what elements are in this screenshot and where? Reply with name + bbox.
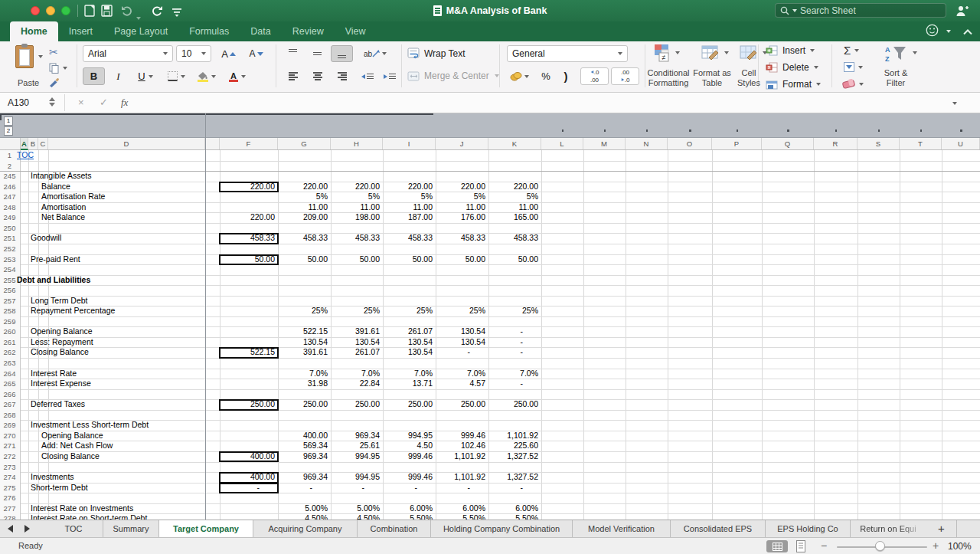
row-label[interactable]: Intangible Assets — [31, 171, 91, 182]
undo-button[interactable] — [121, 5, 134, 19]
cell-value[interactable]: 25% — [278, 306, 328, 316]
next-sheet-button[interactable] — [24, 525, 30, 533]
cell-value[interactable]: - — [383, 483, 417, 493]
cell-value[interactable]: 50.00 — [278, 254, 328, 265]
cell-value[interactable]: 994.95 — [331, 451, 380, 462]
cell-value[interactable]: 50.00 — [436, 254, 485, 265]
select-all-corner[interactable] — [0, 138, 21, 149]
cell-value[interactable]: 130.54 — [436, 337, 485, 348]
cell-value[interactable]: - — [488, 347, 523, 358]
row-label[interactable]: Closing Balance — [31, 347, 89, 358]
align-middle-button[interactable] — [306, 45, 328, 62]
cell-value[interactable]: - — [220, 483, 260, 493]
comma-format-button[interactable]: ) — [557, 67, 574, 85]
sort-filter-caret[interactable] — [913, 51, 917, 54]
feedback-smiley-button[interactable] — [926, 24, 939, 40]
row-label[interactable]: Opening Balance — [31, 326, 93, 337]
cell-value[interactable]: 1,101.92 — [436, 472, 485, 483]
cell-value[interactable]: 31.98 — [278, 379, 328, 389]
row-label[interactable]: Balance — [41, 182, 70, 192]
cell-value[interactable]: 1,101.92 — [488, 431, 538, 441]
cell-value[interactable]: 250.00 — [436, 399, 485, 410]
cell-value[interactable]: 400.00 — [220, 451, 275, 462]
copy-button[interactable] — [49, 63, 60, 76]
row-label[interactable]: Interest Rate on Investments — [31, 503, 133, 514]
add-sheet-button[interactable]: + — [926, 520, 957, 537]
cell-value[interactable]: 6.00% — [383, 503, 433, 514]
col-header-D[interactable]: D — [48, 138, 205, 149]
toolbar-more-button[interactable] — [172, 6, 182, 20]
align-center-button[interactable] — [306, 67, 328, 85]
row-label[interactable]: TOC — [17, 150, 34, 161]
zoom-traffic-light[interactable] — [61, 6, 70, 15]
cell-value[interactable]: 1,101.92 — [436, 451, 485, 462]
cell-value[interactable]: 6.00% — [436, 503, 485, 514]
cell-value[interactable]: 250.00 — [278, 399, 328, 410]
sheet-tab-model-verification[interactable]: Model Verification — [573, 520, 671, 537]
cell-value[interactable]: 391.61 — [278, 347, 328, 358]
cell-value[interactable]: 4.50% — [278, 513, 328, 520]
cell-value[interactable]: - — [278, 483, 312, 493]
cell-value[interactable]: 250.00 — [383, 399, 433, 410]
cell-value[interactable]: 220.00 — [220, 212, 275, 223]
align-top-button[interactable] — [282, 45, 304, 62]
ribbon-tab-home[interactable]: Home — [10, 21, 58, 41]
cell-value[interactable]: 969.34 — [278, 451, 328, 462]
cell-value[interactable]: 50.00 — [331, 254, 380, 265]
cell-value[interactable]: 522.15 — [220, 347, 275, 358]
cell-value[interactable]: 5.00% — [331, 503, 380, 514]
sheet-tab-holding-company-combination[interactable]: Holding Company Combination — [431, 520, 573, 537]
cell-value[interactable]: 11.00 — [278, 202, 328, 213]
close-traffic-light[interactable] — [31, 6, 40, 15]
col-header-Q[interactable]: Q — [762, 138, 814, 149]
cell-value[interactable]: 130.54 — [278, 337, 328, 348]
row-label[interactable]: Investments — [31, 472, 74, 483]
cell-value[interactable]: 25% — [436, 306, 485, 316]
fill-color-button[interactable] — [193, 67, 220, 85]
sheet-tab-combination[interactable]: Combination — [358, 520, 431, 537]
cell-value[interactable]: 220.00 — [383, 182, 433, 192]
col-header-J[interactable]: J — [436, 138, 488, 149]
row-label[interactable]: Amortisation — [41, 202, 86, 213]
fx-button[interactable]: fx — [121, 93, 128, 113]
cell-value[interactable]: 165.00 — [488, 212, 538, 223]
copy-caret[interactable] — [63, 67, 67, 70]
borders-button[interactable] — [162, 67, 190, 85]
cell-value[interactable]: 250.00 — [331, 399, 380, 410]
col-header-S[interactable]: S — [858, 138, 900, 149]
new-workbook-button[interactable] — [84, 5, 96, 20]
align-bottom-button[interactable] — [331, 45, 353, 62]
cell-value[interactable]: 11.00 — [436, 202, 485, 213]
fill-button[interactable] — [844, 62, 863, 72]
cell-value[interactable]: 5% — [488, 192, 538, 202]
delete-cells-button[interactable]: Delete — [766, 62, 818, 73]
page-layout-view-button[interactable] — [795, 540, 807, 554]
orientation-button[interactable]: ab — [358, 45, 392, 62]
autosum-button[interactable]: Σ — [844, 44, 859, 57]
sheet-tab-target-company[interactable]: Target Company — [159, 520, 253, 537]
cell-value[interactable]: 458.33 — [383, 233, 433, 244]
col-header-H[interactable]: H — [331, 138, 383, 149]
cell-value[interactable]: 969.34 — [278, 472, 328, 483]
normal-view-button[interactable] — [766, 540, 788, 552]
cell-value[interactable]: 7.0% — [278, 369, 328, 379]
cell-value[interactable]: 6.00% — [488, 503, 538, 514]
search-scope-caret[interactable] — [792, 9, 797, 12]
ribbon-tab-review[interactable]: Review — [282, 21, 335, 41]
cell-value[interactable]: 458.33 — [331, 233, 380, 244]
font-size-select[interactable]: 10 — [176, 45, 211, 62]
cell-value[interactable]: 130.54 — [383, 347, 433, 358]
format-cells-button[interactable]: Format — [766, 79, 821, 90]
ribbon-tab-data[interactable]: Data — [240, 21, 281, 41]
col-header-N[interactable]: N — [626, 138, 668, 149]
sheet-tab-summary[interactable]: Summary — [103, 520, 159, 537]
increase-decimal-button[interactable]: .0.00 — [580, 67, 609, 85]
cell-value[interactable]: 999.46 — [436, 431, 485, 441]
save-button[interactable] — [101, 5, 113, 20]
decrease-indent-button[interactable] — [357, 67, 377, 85]
col-header-L[interactable]: L — [541, 138, 583, 149]
zoom-in-button[interactable]: + — [933, 539, 939, 552]
cell-value[interactable]: 5% — [436, 192, 485, 202]
confirm-entry-button[interactable]: ✓ — [100, 93, 108, 113]
row-label[interactable]: Less: Repayment — [31, 337, 93, 348]
